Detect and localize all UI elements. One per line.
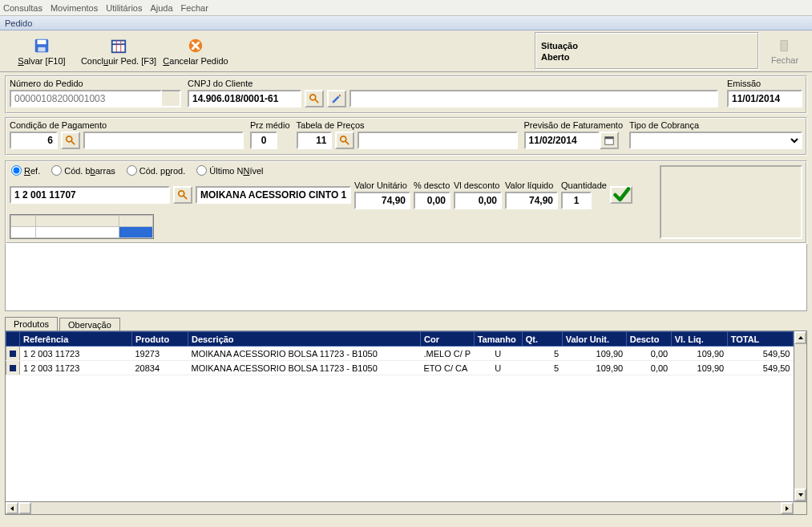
- przmedio-label: Prz médio: [250, 120, 290, 130]
- svg-rect-2: [38, 47, 45, 51]
- cnpj-input[interactable]: [188, 90, 301, 107]
- close-button: Fechar: [762, 32, 807, 70]
- cond-input[interactable]: [10, 132, 58, 149]
- tabela-search-button[interactable]: [335, 132, 354, 149]
- emissao-input[interactable]: [727, 90, 802, 107]
- svg-line-14: [71, 141, 75, 144]
- pd-input[interactable]: [414, 192, 450, 209]
- tabela-label: Tabela de Preços: [297, 120, 518, 130]
- menubar: Consultas Movimentos Utilitários Ajuda F…: [0, 0, 812, 16]
- previsao-input[interactable]: [524, 132, 600, 149]
- svg-point-19: [179, 191, 184, 197]
- product-code-input[interactable]: [10, 186, 170, 204]
- qt-input[interactable]: [561, 192, 592, 209]
- menu-movimentos[interactable]: Movimentos: [50, 3, 98, 13]
- hdr-cor[interactable]: Cor: [421, 332, 475, 347]
- search-mode-radios: Ref. Cód. bbarras Cód. pprod. Último NNí…: [10, 165, 655, 176]
- hdr-qt[interactable]: Qt.: [522, 332, 562, 347]
- hdr-vliq[interactable]: Vl. Liq.: [671, 332, 727, 347]
- save-button[interactable]: Salvar [F10]: [5, 32, 79, 70]
- svg-rect-3: [112, 40, 126, 52]
- calendar-icon: [110, 37, 127, 55]
- previsao-label: Previsão de Faturamento: [524, 120, 624, 130]
- chevron-right-icon: [784, 505, 790, 512]
- grid-hscroll[interactable]: [6, 501, 806, 514]
- scroll-right-button[interactable]: [781, 502, 794, 514]
- pd-label: % descto: [414, 180, 450, 190]
- window-title: Pedido: [0, 16, 812, 30]
- scroll-down-button[interactable]: [794, 488, 806, 501]
- hdr-prod[interactable]: Produto: [132, 332, 188, 347]
- scroll-left-button[interactable]: [6, 502, 18, 514]
- menu-consultas[interactable]: Consultas: [3, 3, 42, 13]
- menu-ajuda[interactable]: Ajuda: [150, 3, 172, 13]
- svg-point-11: [310, 95, 316, 100]
- grid-vscroll[interactable]: [794, 331, 806, 501]
- calendar-small-icon: [604, 135, 615, 146]
- cobranca-select[interactable]: [629, 132, 802, 149]
- search-icon: [65, 135, 76, 146]
- emissao-label: Emissão: [727, 79, 802, 88]
- hdr-total[interactable]: TOTAL: [727, 332, 793, 347]
- tabela-input[interactable]: [297, 132, 332, 149]
- vl-input[interactable]: [505, 192, 558, 209]
- svg-rect-18: [604, 137, 613, 140]
- blank-area: [5, 244, 807, 311]
- search-icon: [309, 93, 320, 104]
- svg-rect-1: [38, 39, 46, 44]
- tab-produtos[interactable]: Produtos: [5, 317, 58, 331]
- conclude-button[interactable]: Concluuir Ped. [F3]: [82, 32, 156, 70]
- door-icon: [777, 38, 793, 54]
- menu-utilitarios[interactable]: Utilitários: [106, 3, 142, 13]
- hdr-ref[interactable]: Referência: [20, 332, 132, 347]
- table-row[interactable]: 1 2 003 1172319273MOIKANA ACESSORIO BOLS…: [6, 347, 794, 361]
- qt-label: Quantidade: [561, 180, 607, 190]
- przmedio-input: [250, 132, 277, 149]
- menu-fechar[interactable]: Fechar: [181, 3, 208, 13]
- numero-addon: [162, 90, 181, 107]
- svg-line-16: [345, 141, 348, 144]
- table-row[interactable]: 1 2 003 1172320834MOIKANA ACESSORIO BOLS…: [6, 361, 794, 375]
- form-row-1: Número do Pedido CNPJ do Cliente Emissão: [5, 75, 807, 114]
- tab-observacao[interactable]: Obervação: [59, 318, 120, 331]
- vu-input[interactable]: [354, 192, 410, 209]
- close-label: Fechar: [771, 55, 798, 65]
- chevron-down-icon: [798, 492, 804, 498]
- cancel-label: Cancelar Pedido: [163, 56, 228, 66]
- radio-ref[interactable]: Ref.: [11, 165, 40, 176]
- tabela-desc: [358, 132, 518, 149]
- svg-rect-10: [781, 40, 787, 51]
- numero-input[interactable]: [10, 90, 162, 107]
- chevron-left-icon: [9, 505, 15, 512]
- product-entry-group: Ref. Cód. bbarras Cód. pprod. Último NNí…: [5, 160, 807, 244]
- cnpj-search-button[interactable]: [305, 90, 324, 107]
- form-row-2: Condição de Pagamento Prz médio Tabela d…: [5, 117, 807, 156]
- radio-nivel[interactable]: Último NNível: [196, 165, 263, 176]
- hdr-descto[interactable]: Descto: [626, 332, 671, 347]
- cnpj-edit-button[interactable]: [327, 90, 346, 107]
- hdr-vu[interactable]: Valor Unit.: [562, 332, 626, 347]
- product-search-button[interactable]: [173, 186, 192, 204]
- radio-prod[interactable]: Cód. pprod.: [127, 165, 186, 176]
- tab-body: Referência Produto Descrição Cor Tamanho…: [5, 330, 807, 515]
- radio-barras[interactable]: Cód. bbarras: [51, 165, 115, 176]
- vd-input[interactable]: [454, 192, 502, 209]
- svg-line-12: [315, 99, 318, 103]
- previsao-calendar-button[interactable]: [600, 132, 619, 149]
- side-panel: [660, 165, 802, 239]
- products-grid[interactable]: Referência Produto Descrição Cor Tamanho…: [6, 331, 794, 514]
- hscroll-thumb[interactable]: [18, 502, 31, 514]
- cond-search-button[interactable]: [61, 132, 80, 149]
- scroll-up-button[interactable]: [794, 331, 806, 344]
- hdr-tam[interactable]: Tamanho: [474, 332, 522, 347]
- numero-label: Número do Pedido: [10, 79, 181, 88]
- confirm-item-button[interactable]: [610, 186, 632, 204]
- vu-label: Valor Unitário: [354, 180, 407, 190]
- edit-icon: [331, 93, 342, 104]
- cancel-button[interactable]: Cancelar Pedido: [159, 32, 232, 70]
- hdr-desc[interactable]: Descrição: [188, 332, 421, 347]
- save-label: Salvar [F10]: [18, 56, 65, 66]
- conclude-label: Concluuir Ped. [F3]: [81, 56, 156, 66]
- svg-line-20: [184, 196, 187, 199]
- variant-grid[interactable]: [10, 214, 154, 239]
